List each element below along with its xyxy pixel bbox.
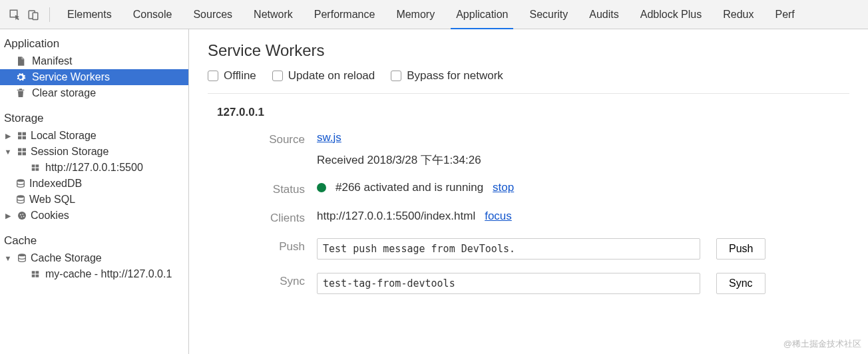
tree-label: Local Storage: [31, 130, 97, 142]
tree-session-storage-origin[interactable]: http://127.0.0.1:5500: [0, 160, 188, 176]
tree-label: Cookies: [31, 210, 69, 222]
group-cache: Cache: [0, 230, 188, 250]
grid-icon: [16, 146, 28, 158]
grid-icon: [16, 130, 28, 142]
svg-rect-2: [18, 132, 21, 136]
svg-point-16: [18, 212, 26, 220]
tree-label: Web SQL: [29, 194, 75, 206]
svg-rect-25: [36, 275, 39, 277]
database-icon: [15, 178, 27, 190]
svg-rect-10: [32, 164, 35, 167]
chevron-down-icon: ▼: [4, 254, 12, 262]
stop-link[interactable]: stop: [493, 181, 514, 194]
svg-rect-7: [23, 148, 26, 152]
row-label: Push: [217, 238, 317, 254]
checkbox-icon: [391, 71, 401, 81]
sidebar-item-label: Clear storage: [32, 87, 96, 99]
svg-rect-12: [32, 168, 35, 171]
tree-session-storage[interactable]: ▼ Session Storage: [0, 144, 188, 160]
svg-rect-24: [32, 275, 35, 277]
svg-rect-23: [36, 271, 39, 273]
tab-perf[interactable]: Perf: [764, 0, 805, 29]
tree-cache-entry[interactable]: my-cache - http://127.0.0.1: [0, 266, 188, 282]
push-input[interactable]: [317, 238, 700, 260]
sidebar-item-label: Service Workers: [32, 71, 110, 83]
tree-web-sql[interactable]: Web SQL: [0, 192, 188, 208]
checkbox-icon: [208, 71, 218, 81]
database-icon: [16, 252, 28, 264]
tree-label: Cache Storage: [31, 252, 102, 264]
row-label: Status: [217, 181, 317, 196]
main-area: Application Manifest Service Workers Cle…: [0, 29, 868, 354]
tab-memory[interactable]: Memory: [385, 0, 445, 29]
sidebar-item-manifest[interactable]: Manifest: [0, 53, 188, 69]
tab-application[interactable]: Application: [445, 0, 519, 29]
tab-elements[interactable]: Elements: [57, 0, 122, 29]
grid-icon: [29, 162, 41, 174]
svg-point-20: [23, 216, 25, 217]
database-icon: [15, 194, 27, 206]
device-toggle-icon[interactable]: [24, 5, 43, 24]
tab-audits[interactable]: Audits: [578, 0, 629, 29]
check-label: Update on reload: [288, 69, 375, 83]
svg-rect-5: [23, 136, 26, 140]
cookie-icon: [16, 210, 28, 222]
row-source: Source sw.js Received 2018/3/28 下午1:34:2…: [217, 131, 849, 168]
trash-icon: [15, 87, 27, 99]
tab-adblock-plus[interactable]: Adblock Plus: [630, 0, 713, 29]
tree-label: Session Storage: [31, 146, 108, 158]
tab-console[interactable]: Console: [122, 0, 183, 29]
svg-rect-8: [18, 152, 21, 156]
row-clients: Clients http://127.0.0.1:5500/index.html…: [217, 210, 849, 225]
tab-security[interactable]: Security: [519, 0, 578, 29]
check-bypass-for-network[interactable]: Bypass for network: [391, 69, 503, 83]
svg-point-18: [22, 214, 23, 215]
source-link[interactable]: sw.js: [317, 131, 341, 144]
svg-point-15: [17, 195, 25, 198]
panel-tabs: Elements Console Sources Network Perform…: [57, 0, 805, 29]
svg-rect-1: [33, 13, 38, 20]
sidebar-item-service-workers[interactable]: Service Workers: [0, 69, 188, 85]
file-icon: [15, 55, 27, 67]
service-workers-panel: Service Workers Offline Update on reload…: [189, 29, 868, 354]
svg-rect-9: [23, 152, 26, 156]
tree-indexeddb[interactable]: IndexedDB: [0, 176, 188, 192]
sidebar-item-clear-storage[interactable]: Clear storage: [0, 85, 188, 101]
check-label: Bypass for network: [407, 69, 503, 83]
tab-redux[interactable]: Redux: [712, 0, 764, 29]
group-storage: Storage: [0, 108, 188, 128]
status-text: #266 activated and is running: [335, 181, 483, 194]
push-button[interactable]: Push: [716, 238, 765, 260]
inspect-icon[interactable]: [5, 5, 24, 24]
client-url: http://127.0.0.1:5500/index.html: [317, 210, 475, 223]
tree-label: my-cache - http://127.0.0.1: [45, 268, 172, 280]
tree-local-storage[interactable]: ▶ Local Storage: [0, 128, 188, 144]
tab-sources[interactable]: Sources: [182, 0, 243, 29]
check-offline[interactable]: Offline: [208, 69, 256, 83]
tree-cache-storage[interactable]: ▼ Cache Storage: [0, 250, 188, 266]
origin-heading: 127.0.0.1: [208, 106, 849, 119]
tree-cookies[interactable]: ▶ Cookies: [0, 208, 188, 224]
svg-point-19: [21, 216, 22, 218]
tab-performance[interactable]: Performance: [304, 0, 386, 29]
check-update-on-reload[interactable]: Update on reload: [272, 69, 375, 83]
svg-rect-4: [18, 136, 21, 140]
tree-label: http://127.0.0.1:5500: [45, 162, 143, 174]
checkbox-icon: [272, 71, 283, 81]
svg-rect-11: [36, 164, 39, 167]
row-push: Push Push: [217, 238, 849, 260]
svg-point-17: [20, 214, 21, 216]
received-text: Received 2018/3/28 下午1:34:26: [317, 152, 481, 168]
row-label: Sync: [217, 273, 317, 288]
sync-button[interactable]: Sync: [716, 273, 765, 294]
svg-rect-22: [32, 271, 35, 273]
check-label: Offline: [224, 69, 256, 83]
row-sync: Sync Sync: [217, 273, 849, 294]
sidebar-item-label: Manifest: [32, 55, 72, 67]
focus-link[interactable]: focus: [485, 210, 512, 223]
row-label: Source: [217, 131, 317, 146]
application-sidebar: Application Manifest Service Workers Cle…: [0, 29, 189, 354]
svg-point-14: [17, 179, 25, 182]
sync-input[interactable]: [317, 273, 700, 294]
tab-network[interactable]: Network: [243, 0, 304, 29]
